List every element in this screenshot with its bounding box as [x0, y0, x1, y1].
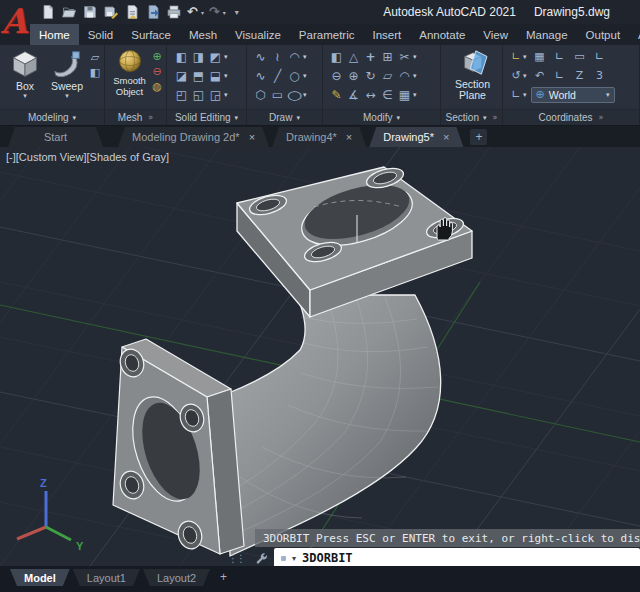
scale-icon[interactable]: ▱ [379, 67, 396, 84]
qat-customize-icon[interactable]: ▾ [235, 8, 239, 17]
file-tab-modeling-drawing-2d[interactable]: Modeling Drawing 2d* × [118, 127, 269, 147]
rotate-icon[interactable]: ↻ [362, 67, 379, 84]
pipe-elbow-model[interactable] [113, 165, 472, 556]
drawing-viewport[interactable]: Z Y [-] [Custom View] [Shades of Gray] 3… [0, 147, 640, 566]
spline-icon[interactable]: ∿ [252, 67, 269, 84]
close-tab-icon[interactable]: × [346, 131, 352, 143]
modify-row3-dropdown-icon[interactable]: ▾ [413, 91, 417, 99]
ucs-named-icon[interactable]: ▦ [533, 49, 547, 64]
polygon-icon[interactable]: ⬡ [252, 86, 269, 103]
extrude-faces-icon[interactable]: ◰ [173, 86, 190, 103]
measure-icon[interactable]: ∡ [345, 86, 362, 103]
box-dropdown-icon[interactable]: ▾ [23, 92, 27, 100]
layout2-tab[interactable]: Layout2 [143, 569, 210, 586]
ucs-combo-dropdown-icon[interactable]: ▾ [606, 91, 610, 99]
close-tab-icon[interactable]: × [443, 131, 449, 143]
ucs-view-icon[interactable]: ▭ [573, 49, 587, 64]
ribbon-tab-view[interactable]: View [474, 24, 517, 45]
command-grip-icon[interactable]: ⋮⋮ [228, 553, 244, 564]
sweep-dropdown-icon[interactable]: ▾ [65, 92, 69, 100]
move-icon[interactable]: + [362, 48, 379, 65]
offset-icon[interactable]: ∈ [379, 86, 396, 103]
solid-row2-dropdown-icon[interactable]: ▾ [224, 72, 228, 80]
panel-label-modeling[interactable]: Modeling▾ [0, 109, 104, 125]
file-tab-drawing4[interactable]: Drawing4* × [272, 127, 366, 147]
command-recent-icon[interactable] [281, 556, 286, 561]
arc-dropdown-icon[interactable]: ▾ [303, 53, 307, 61]
box-button[interactable]: Box ▾ [4, 47, 46, 100]
ucs-3point-icon[interactable]: 3 [593, 68, 607, 83]
solid-subtract-icon[interactable]: ◨ [190, 48, 207, 65]
trim-icon[interactable]: ✂ [396, 48, 413, 65]
ribbon-tab-parametric[interactable]: Parametric [290, 24, 364, 45]
panel-label-mesh[interactable]: Mesh» [105, 109, 166, 125]
mesh-crease-icon[interactable]: ◍ [150, 79, 164, 94]
ribbon-tab-visualize[interactable]: Visualize [226, 24, 290, 45]
transmit-icon[interactable] [145, 4, 161, 20]
redo-icon[interactable]: ↷ [209, 4, 220, 20]
ucs-x-rotate-icon[interactable]: ∟ [553, 68, 567, 83]
save-as-icon[interactable] [103, 4, 119, 20]
sweep-button[interactable]: Sweep ▾ [46, 47, 88, 100]
ribbon-tab-addins[interactable]: Add-ins [629, 24, 640, 45]
stretch-icon[interactable]: ↔ [362, 86, 379, 103]
file-tab-start[interactable]: Start [8, 127, 103, 147]
array-polar-icon[interactable]: ⊕ [345, 67, 362, 84]
line-icon[interactable]: ╱ [269, 67, 286, 84]
smooth-object-button[interactable]: Smooth Object [109, 47, 150, 97]
sculpt-icon[interactable]: ⊖ [328, 67, 345, 84]
layout1-tab[interactable]: Layout1 [73, 569, 140, 586]
ucs-combo[interactable]: ⊕ World ▾ [531, 87, 615, 103]
close-tab-icon[interactable]: × [249, 131, 255, 143]
ucs-world-icon[interactable]: ∟ [593, 49, 607, 64]
ucs-object-icon[interactable]: ∟ [553, 49, 567, 64]
ribbon-tab-home[interactable]: Home [30, 24, 79, 45]
ribbon-tab-manage[interactable]: Manage [517, 24, 577, 45]
copy-icon[interactable]: ⊞ [379, 48, 396, 65]
panel-label-solid-editing[interactable]: Solid Editing▾ [167, 109, 246, 125]
section-plane-button[interactable]: Section Plane [445, 47, 500, 101]
coordinates-panel-launcher-icon[interactable]: » [599, 113, 604, 122]
viewport-control-menu[interactable]: [-] [6, 151, 16, 163]
mirror-icon[interactable]: ◧ [328, 48, 345, 65]
command-customize-icon[interactable] [255, 552, 268, 565]
file-tab-drawing5[interactable]: Drawing5* × [369, 127, 463, 147]
new-file-icon[interactable] [40, 4, 56, 20]
ribbon-tab-insert[interactable]: Insert [363, 24, 410, 45]
ribbon-tab-mesh[interactable]: Mesh [180, 24, 226, 45]
panel-label-coordinates[interactable]: Coordinates» [503, 109, 639, 125]
undo-icon[interactable]: ↶ [187, 4, 198, 20]
panel-label-draw[interactable]: Draw▾ [247, 109, 322, 125]
model-tab[interactable]: Model [10, 569, 70, 586]
ucs-origin-icon[interactable]: ↶ [533, 68, 547, 83]
ellipse-dropdown-icon[interactable]: ▾ [303, 91, 307, 99]
new-layout-button[interactable]: + [220, 569, 227, 586]
command-input[interactable]: ▾ 3DORBIT [274, 548, 640, 566]
3d-polyline-icon[interactable]: ≀ [269, 48, 286, 65]
new-tab-button[interactable]: + [470, 129, 487, 145]
open-file-icon[interactable] [61, 4, 77, 20]
ucs-icon[interactable]: ∟ [509, 49, 523, 64]
ribbon-tab-surface[interactable]: Surface [122, 24, 180, 45]
arc-icon[interactable]: ◠ [286, 48, 303, 65]
solid-union-icon[interactable]: ◧ [173, 48, 190, 65]
redo-dropdown-icon[interactable]: ▾ [223, 9, 226, 16]
polyline-icon[interactable]: ∿ [252, 48, 269, 65]
ucs-previous-dropdown-icon[interactable]: ▾ [523, 72, 527, 80]
ribbon-tab-annotate[interactable]: Annotate [410, 24, 474, 45]
save-icon[interactable] [82, 4, 98, 20]
modify-row2-dropdown-icon[interactable]: ▾ [413, 72, 417, 80]
ellipse-icon[interactable]: ○ [286, 86, 303, 103]
solid-row3-dropdown-icon[interactable]: ▾ [224, 91, 228, 99]
thicken-icon[interactable]: ⬒ [190, 67, 207, 84]
ucs-show-icon[interactable]: ∟ [509, 87, 523, 102]
solid-intersect-icon[interactable]: ◩ [207, 48, 224, 65]
fillet-icon[interactable]: ◠ [396, 67, 413, 84]
rectangle-icon[interactable]: ▭ [269, 86, 286, 103]
circle-icon[interactable]: ○ [286, 67, 303, 84]
autocad-logo-icon[interactable]: A [1, 0, 27, 44]
ucs-previous-icon[interactable]: ↺ [509, 68, 523, 83]
panel-label-modify[interactable]: Modify▾ [323, 109, 440, 125]
ribbon-tab-solid[interactable]: Solid [79, 24, 123, 45]
print-icon[interactable] [166, 4, 182, 20]
